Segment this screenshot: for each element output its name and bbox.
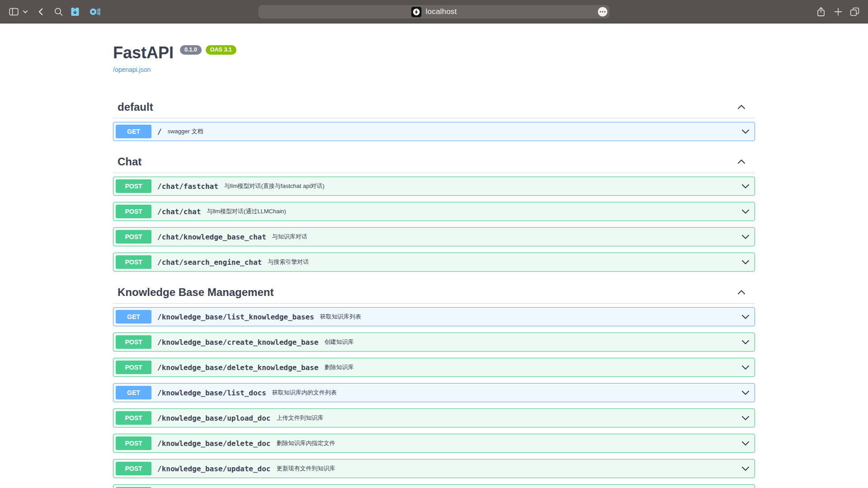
method-badge: GET	[116, 125, 151, 138]
operation-summary: 删除知识库内指定文件	[276, 439, 335, 447]
section-title: default	[118, 101, 737, 113]
operation-summary: swagger 文档	[168, 127, 203, 136]
operation-summary: 获取知识库内的文件列表	[272, 389, 337, 397]
collapse-section-icon[interactable]	[737, 103, 746, 112]
broadcast-extension-icon[interactable]	[89, 6, 100, 17]
api-sections: defaultGET/swagger 文档ChatPOST/chat/fastc…	[113, 96, 755, 488]
operation-row-post-knowledge-base-create-knowledge-base[interactable]: POST/knowledge_base/create_knowledge_bas…	[113, 333, 755, 352]
back-icon[interactable]	[36, 7, 46, 17]
operation-summary: 上传文件到知识库	[276, 414, 323, 422]
openapi-spec-link[interactable]: /openapi.json	[113, 66, 151, 73]
version-badge: 0.1.0	[180, 45, 202, 55]
operation-path: /	[157, 127, 162, 136]
method-badge: POST	[116, 205, 151, 218]
operation-row-get-knowledge-base-list-knowledge-bases[interactable]: GET/knowledge_base/list_knowledge_bases获…	[113, 307, 755, 326]
page-title: FastAPI	[113, 43, 174, 62]
operation-row-post-chat-knowledge-base-chat[interactable]: POST/chat/knowledge_base_chat与知识库对话	[113, 227, 755, 246]
operation-row-post-knowledge-base-recreate-vector-store[interactable]: POST/knowledge_base/recreate_vector_stor…	[113, 484, 755, 488]
collapse-section-icon[interactable]	[737, 157, 746, 166]
operation-path: /knowledge_base/update_doc	[157, 465, 270, 473]
expand-operation-icon[interactable]	[741, 388, 750, 397]
operation-row-post-chat-fastchat[interactable]: POST/chat/fastchat与llm模型对话(直接与fastchat a…	[113, 177, 755, 196]
new-tab-icon[interactable]	[833, 6, 844, 17]
method-badge: POST	[116, 230, 151, 244]
sidebar-toggle-icon[interactable]	[8, 6, 19, 17]
tab-overview-icon[interactable]	[849, 6, 860, 17]
method-badge: POST	[116, 436, 151, 450]
address-bar[interactable]: localhost	[259, 5, 610, 19]
operation-path: /knowledge_base/upload_doc	[157, 414, 270, 422]
operation-row-get-knowledge-base-list-docs[interactable]: GET/knowledge_base/list_docs获取知识库内的文件列表	[113, 383, 755, 402]
expand-operation-icon[interactable]	[741, 127, 750, 136]
site-favicon	[411, 7, 422, 17]
api-info: FastAPI 0.1.0 OAS 3.1 /openapi.json	[113, 23, 755, 74]
section-header-default[interactable]: default	[113, 96, 755, 118]
operation-row-post-knowledge-base-delete-doc[interactable]: POST/knowledge_base/delete_doc删除知识库内指定文件	[113, 434, 755, 453]
method-badge: POST	[116, 361, 151, 374]
oas-badge: OAS 3.1	[206, 45, 236, 55]
section-operations: GET/swagger 文档	[113, 118, 755, 141]
method-badge: POST	[116, 255, 151, 269]
operation-path: /knowledge_base/delete_doc	[157, 439, 270, 448]
expand-operation-icon[interactable]	[741, 258, 750, 267]
operation-row-post-chat-search-engine-chat[interactable]: POST/chat/search_engine_chat与搜索引擎对话	[113, 253, 755, 272]
expand-operation-icon[interactable]	[741, 413, 750, 422]
operation-row-get[interactable]: GET/swagger 文档	[113, 122, 755, 141]
operation-summary: 与llm模型对话(通过LLMChain)	[207, 207, 286, 216]
operation-row-post-knowledge-base-delete-knowledge-base[interactable]: POST/knowledge_base/delete_knowledge_bas…	[113, 358, 755, 377]
method-badge: GET	[116, 310, 151, 324]
operation-summary: 创建知识库	[324, 338, 354, 346]
section-title: Chat	[118, 155, 737, 168]
operation-row-post-knowledge-base-upload-doc[interactable]: POST/knowledge_base/upload_doc上传文件到知识库	[113, 408, 755, 427]
operation-path: /knowledge_base/list_docs	[157, 389, 266, 397]
expand-operation-icon[interactable]	[741, 182, 750, 191]
operation-path: /chat/chat	[157, 207, 201, 216]
share-icon[interactable]	[816, 6, 826, 17]
section-header-knowledge-base-management[interactable]: Knowledge Base Management	[113, 282, 755, 304]
method-badge: POST	[116, 179, 151, 193]
expand-operation-icon[interactable]	[741, 439, 750, 448]
section-header-chat[interactable]: Chat	[113, 151, 755, 173]
chevron-down-icon[interactable]	[23, 9, 28, 14]
method-badge: POST	[116, 411, 151, 425]
method-badge: GET	[116, 386, 151, 399]
operation-summary: 更新现有文件到知识库	[276, 465, 335, 473]
bookmark-extension-icon[interactable]	[70, 6, 80, 17]
operation-path: /knowledge_base/create_knowledge_base	[157, 338, 318, 347]
expand-operation-icon[interactable]	[741, 207, 750, 216]
method-badge: POST	[116, 335, 151, 349]
operation-summary: 与llm模型对话(直接与fastchat api对话)	[224, 182, 325, 190]
operation-summary: 与知识库对话	[272, 233, 307, 241]
operation-summary: 删除知识库	[324, 363, 354, 371]
operation-path: /chat/fastchat	[157, 182, 218, 191]
search-icon[interactable]	[53, 6, 64, 17]
operation-path: /chat/knowledge_base_chat	[157, 233, 266, 241]
operation-path: /chat/search_engine_chat	[157, 258, 262, 267]
collapse-section-icon[interactable]	[737, 288, 746, 297]
operation-path: /knowledge_base/list_knowledge_bases	[157, 313, 314, 321]
section-operations: GET/knowledge_base/list_knowledge_bases获…	[113, 304, 755, 488]
operation-row-post-knowledge-base-update-doc[interactable]: POST/knowledge_base/update_doc更新现有文件到知识库	[113, 459, 755, 478]
expand-operation-icon[interactable]	[741, 464, 750, 473]
method-badge: POST	[116, 462, 151, 475]
operation-summary: 获取知识库列表	[320, 313, 361, 321]
expand-operation-icon[interactable]	[741, 363, 750, 372]
url-text: localhost	[426, 7, 457, 16]
section-operations: POST/chat/fastchat与llm模型对话(直接与fastchat a…	[113, 173, 755, 272]
expand-operation-icon[interactable]	[741, 338, 750, 347]
operation-path: /knowledge_base/delete_knowledge_base	[157, 363, 318, 372]
page-content: FastAPI 0.1.0 OAS 3.1 /openapi.json defa…	[0, 23, 868, 488]
operation-row-post-chat-chat[interactable]: POST/chat/chat与llm模型对话(通过LLMChain)	[113, 202, 755, 221]
expand-operation-icon[interactable]	[741, 312, 750, 321]
section-title: Knowledge Base Management	[118, 286, 737, 299]
operation-summary: 与搜索引擎对话	[268, 258, 309, 266]
browser-toolbar: localhost	[0, 0, 868, 23]
ellipsis-icon[interactable]	[598, 7, 608, 17]
expand-operation-icon[interactable]	[741, 232, 750, 241]
